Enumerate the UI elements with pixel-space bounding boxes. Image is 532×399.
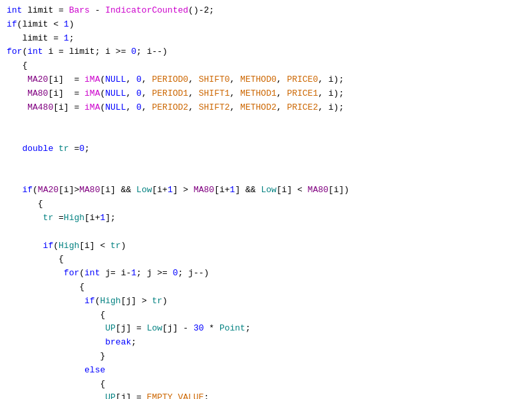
code-line-27: else bbox=[7, 364, 525, 378]
code-line-7: MA80[i] = iMA(NULL, 0, PERIOD1, SHIFT1, … bbox=[7, 87, 525, 101]
code-line-2: if(limit < 1) bbox=[7, 18, 525, 32]
code-line-26: } bbox=[7, 350, 525, 364]
code-line-8: MA480[i] = iMA(NULL, 0, PERIOD2, SHIFT2,… bbox=[7, 101, 525, 115]
code-line-18: if(High[i] < tr) bbox=[7, 239, 525, 253]
code-line-21: { bbox=[7, 281, 525, 295]
code-line-17 bbox=[7, 225, 525, 239]
code-line-29: UP[j] = EMPTY_VALUE; bbox=[7, 391, 525, 399]
code-line-24: UP[j] = Low[j] - 30 * Point; bbox=[7, 322, 525, 336]
code-line-22: if(High[j] > tr) bbox=[7, 295, 525, 309]
code-line-23: { bbox=[7, 309, 525, 323]
code-line-3: limit = 1; bbox=[7, 32, 525, 46]
code-line-19: { bbox=[7, 253, 525, 267]
code-line-6: MA20[i] = iMA(NULL, 0, PERIOD0, SHIFT0, … bbox=[7, 73, 525, 87]
code-line-25: break; bbox=[7, 336, 525, 350]
code-line-12 bbox=[7, 156, 525, 170]
code-line-28: { bbox=[7, 378, 525, 392]
code-line-15: { bbox=[7, 198, 525, 211]
code-line-11: double tr =0; bbox=[7, 142, 525, 156]
code-line-9 bbox=[7, 114, 525, 128]
code-line-13 bbox=[7, 170, 525, 184]
code-editor: int limit = Bars - IndicatorCounted()-2;… bbox=[0, 0, 532, 399]
code-line-20: for(int j= i-1; j >= 0; j--) bbox=[7, 267, 525, 281]
code-line-14: if(MA20[i]>MA80[i] && Low[i+1] > MA80[i+… bbox=[7, 184, 525, 198]
code-line-16: tr =High[i+1]; bbox=[7, 211, 525, 225]
code-line-4: for(int i = limit; i >= 0; i--) bbox=[7, 45, 525, 59]
code-line-5: { bbox=[7, 59, 525, 73]
code-line-10 bbox=[7, 128, 525, 142]
code-line-1: int limit = Bars - IndicatorCounted()-2; bbox=[7, 4, 525, 18]
